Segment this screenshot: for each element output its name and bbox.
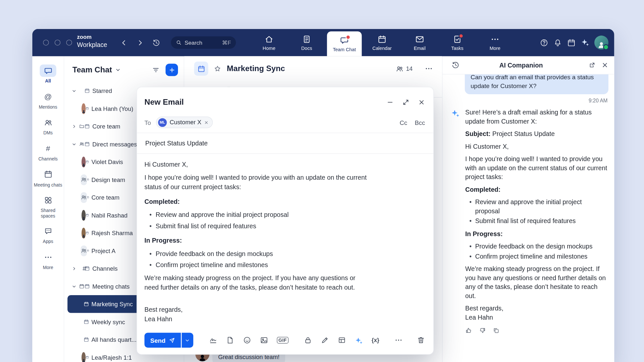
- close-icon[interactable]: [418, 98, 425, 106]
- window-zoom-button[interactable]: [66, 40, 72, 46]
- gif-button[interactable]: GIF: [277, 337, 288, 343]
- back-icon[interactable]: [120, 39, 128, 47]
- chevron-icon[interactable]: [72, 88, 76, 93]
- icon: [79, 87, 84, 95]
- ai-conversation[interactable]: Can you draft an email that provides a s…: [443, 74, 614, 362]
- minimize-icon[interactable]: [387, 98, 394, 106]
- ai-panel-title: AI Companion: [459, 61, 583, 69]
- chevron-down-icon[interactable]: [115, 67, 121, 73]
- rail-label: Shared spaces: [34, 208, 63, 219]
- chevron-icon[interactable]: [72, 266, 76, 271]
- window-close-button[interactable]: [43, 40, 49, 46]
- rail-label: Apps: [43, 239, 53, 244]
- item-leading-icon: [78, 157, 89, 167]
- nav-label: Tasks: [451, 46, 463, 51]
- global-search[interactable]: Search ⌘F: [171, 37, 236, 49]
- ai-companion-sparkle-icon[interactable]: [581, 38, 589, 47]
- chevron-icon[interactable]: [72, 124, 76, 129]
- discard-trash-icon[interactable]: [417, 336, 425, 344]
- window-controls[interactable]: [43, 40, 72, 46]
- meeting-chats-icon: [44, 170, 53, 179]
- team-icon: [81, 245, 87, 256]
- edit-pencil-icon[interactable]: [321, 336, 329, 344]
- star-icon[interactable]: [214, 65, 221, 72]
- members-icon: [395, 65, 403, 72]
- send-button[interactable]: Send: [144, 333, 181, 348]
- more-options-icon[interactable]: [394, 336, 403, 344]
- subject-field[interactable]: [137, 133, 433, 154]
- rail-item[interactable]: Shared spaces: [32, 191, 64, 222]
- cc-bcc: Cc Bcc: [400, 119, 425, 126]
- rail-item[interactable]: All: [32, 61, 64, 87]
- sidebar-rail: All @ Mentions: [32, 56, 64, 362]
- ai-compose-sparkle-icon[interactable]: [355, 337, 363, 345]
- channel-more-icon[interactable]: [425, 65, 433, 73]
- item-label: Violet Davis: [91, 158, 123, 165]
- history-nav: [120, 29, 160, 56]
- ai-inprogress-list: Provide feedback on the design mockupsCo…: [465, 242, 608, 261]
- bullet-item: Submit final list of required features: [469, 217, 607, 225]
- insert-image-icon[interactable]: [260, 336, 268, 344]
- nav-item[interactable]: More: [478, 29, 512, 56]
- send-options-button[interactable]: [182, 333, 193, 348]
- nav-item[interactable]: Tasks: [440, 29, 475, 56]
- user-avatar[interactable]: [594, 36, 608, 50]
- forward-icon[interactable]: [136, 39, 144, 47]
- chevron-icon[interactable]: [72, 284, 76, 289]
- nav-item[interactable]: Team Chat: [327, 31, 362, 56]
- nav-item[interactable]: Email: [402, 29, 437, 56]
- help-icon[interactable]: [540, 38, 549, 47]
- ai-history-icon[interactable]: [452, 61, 459, 69]
- cc-button[interactable]: Cc: [400, 119, 407, 126]
- ai-completed-heading: Completed:: [465, 185, 608, 194]
- member-count[interactable]: 14: [395, 65, 412, 72]
- chevron-icon[interactable]: [72, 142, 76, 146]
- item-label: Starred: [92, 87, 112, 94]
- copy-icon[interactable]: [492, 327, 500, 334]
- item-leading-icon: [78, 210, 89, 220]
- attach-file-icon[interactable]: [226, 336, 234, 344]
- new-email-dialog: New Email To ML Customer X Cc Bcc: [137, 87, 434, 354]
- variables-button[interactable]: {x}: [372, 337, 379, 343]
- panel-title: Team Chat: [72, 65, 112, 74]
- nav-item[interactable]: Docs: [289, 29, 324, 56]
- subject-input[interactable]: [144, 139, 425, 147]
- rail-item[interactable]: # Channels: [32, 139, 64, 165]
- nav-item[interactable]: Home: [252, 29, 286, 56]
- thumbs-up-icon[interactable]: [465, 327, 473, 334]
- notifications-bell-icon[interactable]: [554, 38, 562, 47]
- icon: [78, 247, 81, 255]
- close-panel-icon[interactable]: [602, 62, 609, 69]
- to-field[interactable]: To ML Customer X Cc Bcc: [137, 112, 433, 133]
- window-minimize-button[interactable]: [55, 40, 60, 46]
- expand-icon[interactable]: [402, 98, 410, 106]
- format-icons: GIF {x}: [209, 335, 403, 345]
- recipient-name: Customer X: [169, 119, 201, 126]
- emoji-icon[interactable]: [243, 336, 251, 344]
- thumbs-down-icon[interactable]: [479, 327, 486, 334]
- rail-label: DMs: [43, 130, 53, 136]
- signature-icon[interactable]: [209, 336, 217, 344]
- rail-item[interactable]: More: [32, 248, 64, 273]
- ai-signoff: Best regards, Lea Hahn: [465, 304, 608, 322]
- remove-recipient-icon[interactable]: [204, 120, 209, 125]
- bcc-button[interactable]: Bcc: [415, 119, 425, 126]
- template-layout-icon[interactable]: [338, 336, 346, 344]
- history-icon[interactable]: [152, 39, 160, 47]
- rail-item[interactable]: DMs: [32, 113, 64, 139]
- docs-icon: [302, 35, 311, 44]
- icon: [78, 336, 84, 343]
- ai-response-body: Sure! Here’s a draft email asking for a …: [465, 108, 608, 334]
- nav-item[interactable]: Calendar: [365, 29, 399, 56]
- schedule-calendar-icon[interactable]: [567, 38, 576, 47]
- rail-item[interactable]: @ Mentions: [32, 87, 64, 113]
- email-body-editor[interactable]: Hi Customer X, I hope you’re doing well!…: [137, 154, 375, 324]
- open-in-new-icon[interactable]: [588, 62, 596, 69]
- recipient-chip[interactable]: ML Customer X: [156, 116, 213, 128]
- new-chat-button[interactable]: [166, 64, 178, 76]
- dialog-title: New Email: [144, 98, 184, 107]
- rail-item[interactable]: Meeting chats: [32, 165, 64, 190]
- filter-icon[interactable]: [152, 66, 160, 74]
- encrypt-lock-icon[interactable]: [304, 336, 312, 344]
- rail-item[interactable]: Apps: [32, 222, 64, 248]
